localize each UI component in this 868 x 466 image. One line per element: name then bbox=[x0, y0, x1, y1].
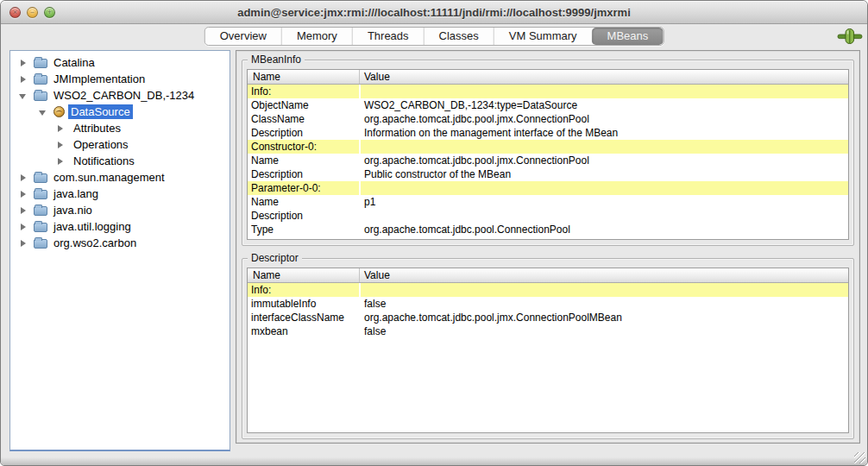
tree-item[interactable]: java.lang bbox=[10, 186, 230, 202]
row-name: Parameter-0-0: bbox=[248, 181, 359, 195]
column-header-value[interactable]: Value bbox=[360, 268, 848, 282]
row-name: Description bbox=[248, 167, 359, 181]
folder-icon bbox=[34, 91, 47, 101]
mbeaninfo-row[interactable]: Info: bbox=[248, 85, 848, 98]
row-value: org.apache.tomcat.jdbc.pool.jmx.Connecti… bbox=[361, 311, 848, 324]
folder-icon bbox=[34, 75, 47, 85]
row-name: ClassName bbox=[248, 112, 359, 126]
row-value bbox=[361, 85, 848, 98]
tree-item[interactable]: Operations bbox=[10, 136, 230, 153]
mbeaninfo-row[interactable]: ObjectName WSO2_CARBON_DB,-1234:type=Dat… bbox=[248, 98, 848, 112]
row-name: Type bbox=[248, 223, 359, 236]
row-name: interfaceClassName bbox=[248, 311, 359, 324]
tab[interactable]: Overview bbox=[205, 28, 281, 45]
mbeaninfo-group: MBeanInfo Name Value Info: Object bbox=[242, 60, 854, 246]
tree-item[interactable]: org.wso2.carbon bbox=[10, 235, 230, 251]
jconsole-window: × − + admin@service:jmx:rmi:///localhost… bbox=[0, 0, 868, 466]
tree-item[interactable]: JMImplementation bbox=[10, 71, 230, 87]
tree-item-label: Catalina bbox=[51, 55, 97, 70]
tree-item[interactable]: java.util.logging bbox=[10, 218, 230, 235]
row-value: org.apache.tomcat.jdbc.pool.jmx.Connecti… bbox=[361, 154, 848, 167]
descriptor-row[interactable]: interfaceClassName org.apache.tomcat.jdb… bbox=[248, 311, 848, 324]
expander-icon[interactable] bbox=[18, 222, 28, 232]
tree-item-label: WSO2_CARBON_DB,-1234 bbox=[51, 88, 197, 103]
tree-item-label: com.sun.management bbox=[51, 170, 167, 185]
descriptor-row[interactable]: immutableInfo false bbox=[248, 297, 848, 311]
tab[interactable]: MBeans bbox=[592, 28, 664, 45]
mbeaninfo-row[interactable]: Description bbox=[248, 209, 848, 223]
tree-item[interactable]: Notifications bbox=[10, 153, 230, 169]
mbean-details-panel: MBeanInfo Name Value Info: Object bbox=[236, 50, 860, 444]
row-name: Name bbox=[248, 154, 359, 167]
row-name: mxbean bbox=[248, 324, 359, 338]
descriptor-table-header: Name Value bbox=[248, 268, 848, 283]
expander-icon[interactable] bbox=[18, 58, 28, 68]
folder-icon bbox=[34, 59, 47, 68]
column-header-value[interactable]: Value bbox=[360, 70, 848, 84]
tree-item[interactable]: Catalina bbox=[10, 54, 230, 71]
column-header-name[interactable]: Name bbox=[248, 268, 360, 282]
row-value bbox=[361, 140, 848, 154]
row-value bbox=[361, 181, 848, 195]
descriptor-row[interactable]: mxbean false bbox=[248, 324, 848, 338]
descriptor-group-title: Descriptor bbox=[248, 252, 302, 265]
title-bar: × − + admin@service:jmx:rmi:///localhost… bbox=[1, 1, 867, 24]
tree-item[interactable]: java.nio bbox=[10, 202, 230, 218]
row-name: Info: bbox=[248, 85, 359, 98]
tree-item-label: org.wso2.carbon bbox=[51, 236, 139, 250]
mbeaninfo-row[interactable]: Type org.apache.tomcat.jdbc.pool.Connect… bbox=[248, 223, 848, 236]
folder-icon bbox=[34, 223, 47, 232]
row-value: Public constructor of the MBean bbox=[361, 167, 848, 181]
mbeaninfo-row[interactable]: Name org.apache.tomcat.jdbc.pool.jmx.Con… bbox=[248, 154, 848, 167]
folder-icon bbox=[34, 173, 47, 183]
tree-item-label: Operations bbox=[71, 137, 131, 152]
mbeaninfo-row[interactable]: ClassName org.apache.tomcat.jdbc.pool.jm… bbox=[248, 112, 848, 126]
row-value: Information on the management interface … bbox=[361, 126, 848, 140]
expander-icon[interactable] bbox=[18, 173, 28, 183]
row-name: Description bbox=[248, 126, 359, 140]
expander-icon[interactable] bbox=[55, 140, 66, 150]
descriptor-group: Descriptor Name Value Info: immut bbox=[242, 258, 854, 439]
tree-item-label: java.util.logging bbox=[51, 219, 134, 234]
column-header-name[interactable]: Name bbox=[248, 70, 360, 84]
tab[interactable]: Classes bbox=[424, 28, 494, 45]
tree-item-label: java.nio bbox=[51, 203, 95, 217]
row-value: org.apache.tomcat.jdbc.pool.ConnectionPo… bbox=[361, 223, 848, 236]
mbeaninfo-row[interactable]: Description Information on the managemen… bbox=[248, 126, 848, 140]
connection-plug-icon bbox=[837, 28, 863, 45]
tree-item[interactable]: DataSource bbox=[10, 104, 230, 120]
mbeaninfo-row[interactable]: Name p1 bbox=[248, 195, 848, 209]
row-value bbox=[361, 209, 848, 223]
tree-item[interactable]: WSO2_CARBON_DB,-1234 bbox=[10, 87, 230, 104]
tab[interactable]: VM Summary bbox=[494, 28, 592, 45]
folder-icon bbox=[34, 206, 47, 216]
row-name: immutableInfo bbox=[248, 297, 359, 311]
mbeaninfo-table: Name Value Info: ObjectName WSO2_CARBON_… bbox=[247, 69, 849, 240]
tree-item-label: DataSource bbox=[68, 104, 133, 119]
folder-icon bbox=[34, 239, 47, 249]
expander-icon[interactable] bbox=[55, 123, 66, 134]
expander-icon[interactable] bbox=[18, 205, 28, 216]
descriptor-row[interactable]: Info: bbox=[248, 283, 848, 297]
tab[interactable]: Memory bbox=[281, 28, 352, 45]
resize-grip[interactable] bbox=[854, 452, 865, 463]
tab[interactable]: Threads bbox=[352, 28, 424, 45]
expander-icon[interactable] bbox=[38, 107, 48, 117]
mbeaninfo-group-title: MBeanInfo bbox=[248, 54, 305, 66]
expander-icon[interactable] bbox=[18, 238, 28, 249]
tab-bar: Overview Memory Threads Classes VM Summa… bbox=[204, 27, 664, 46]
tree-item[interactable]: com.sun.management bbox=[10, 169, 230, 186]
bean-icon bbox=[53, 106, 65, 117]
expander-icon[interactable] bbox=[18, 74, 28, 85]
tree-item-label: Attributes bbox=[71, 121, 123, 135]
folder-icon bbox=[34, 190, 47, 199]
tree-item[interactable]: Attributes bbox=[10, 120, 230, 136]
expander-icon[interactable] bbox=[55, 156, 66, 167]
row-value bbox=[361, 283, 848, 297]
expander-icon[interactable] bbox=[18, 189, 28, 199]
mbeaninfo-row[interactable]: Description Public constructor of the MB… bbox=[248, 167, 848, 181]
mbeaninfo-table-header: Name Value bbox=[248, 70, 848, 85]
expander-icon[interactable] bbox=[18, 91, 28, 101]
mbeaninfo-row[interactable]: Parameter-0-0: bbox=[248, 181, 848, 195]
mbeaninfo-row[interactable]: Constructor-0: bbox=[248, 140, 848, 154]
